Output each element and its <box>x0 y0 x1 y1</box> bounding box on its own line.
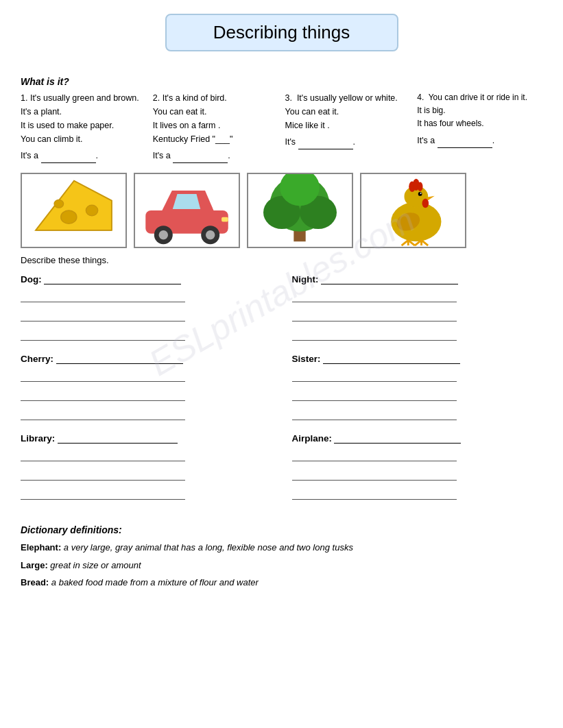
clue-4: 4. You can drive it or ride in it. It is… <box>417 91 542 163</box>
dog-line3[interactable] <box>21 306 185 321</box>
write-item-airplane: Airplane : <box>292 433 543 500</box>
clue-4-line3: It has four wheels. <box>417 117 542 130</box>
night-line4[interactable] <box>292 326 457 341</box>
airplane-line2[interactable] <box>292 446 457 461</box>
svg-point-27 <box>422 199 429 208</box>
svg-point-9 <box>159 230 168 239</box>
write-item-sister: Sister : <box>292 353 543 420</box>
images-row <box>21 173 542 248</box>
dict-heading: Dictionary definitions: <box>21 524 542 535</box>
airplane-label: Airplane <box>292 433 329 444</box>
night-line1[interactable] <box>321 274 458 284</box>
clue-1-blank <box>41 149 96 163</box>
describe-label: Describe these things. <box>21 255 542 265</box>
svg-rect-12 <box>221 217 228 222</box>
cherry-line3[interactable] <box>21 386 185 401</box>
svg-point-23 <box>418 182 423 191</box>
clue-2-blank <box>173 149 228 163</box>
clue-4-blank <box>438 134 492 148</box>
library-line4[interactable] <box>21 485 185 500</box>
write-item-cherry: Cherry : <box>21 353 272 420</box>
svg-point-1 <box>61 210 77 223</box>
image-car <box>134 173 240 248</box>
clue-1-line2: It's a plant. <box>21 105 146 119</box>
svg-point-2 <box>86 205 97 215</box>
clue-1-line3: It is used to make paper. <box>21 119 146 132</box>
page-title: Describing things <box>165 14 398 51</box>
image-cheese <box>21 173 127 248</box>
clues-row: 1. It's usually green and brown. It's a … <box>21 91 542 163</box>
sister-line2[interactable] <box>292 367 457 382</box>
section-heading: What is it? <box>21 76 542 87</box>
svg-marker-7 <box>173 194 200 209</box>
night-label: Night <box>292 274 316 284</box>
clue-1-itsa: It's a . <box>21 149 146 163</box>
cherry-line4[interactable] <box>21 405 185 420</box>
airplane-line4[interactable] <box>292 485 457 500</box>
svg-point-25 <box>420 193 422 194</box>
cherry-line2[interactable] <box>21 367 185 382</box>
clue-1: 1. It's usually green and brown. It's a … <box>21 91 146 163</box>
dog-line1[interactable] <box>44 274 181 284</box>
library-label: Library <box>21 433 52 444</box>
svg-point-11 <box>206 230 215 239</box>
svg-marker-0 <box>36 181 112 230</box>
image-chicken <box>360 173 466 248</box>
sister-line4[interactable] <box>292 405 457 420</box>
write-col-left: Dog : Cherry : <box>21 274 272 512</box>
clue-4-line2: It is big. <box>417 104 542 117</box>
dict-entry-elephant: Elephant: a very large, gray animal that… <box>21 541 542 555</box>
clue-2: 2. It's a kind of bird. You can eat it. … <box>153 91 278 163</box>
dog-line2[interactable] <box>21 287 185 302</box>
cherry-line1[interactable] <box>56 353 183 364</box>
cherry-label: Cherry <box>21 354 51 364</box>
dog-label: Dog <box>21 274 38 284</box>
dog-line4[interactable] <box>21 326 185 341</box>
clue-2-num: 2. It's a kind of bird. <box>153 91 278 105</box>
clue-2-line4: Kentucky Fried "___" <box>153 132 278 146</box>
night-line2[interactable] <box>292 287 457 302</box>
clue-3-line3: Mice like it . <box>285 119 411 132</box>
dict-entry-bread: Bread: a baked food made from a mixture … <box>21 576 542 590</box>
clue-2-line3: It lives on a farm . <box>153 119 278 132</box>
library-line3[interactable] <box>21 465 185 481</box>
airplane-line1[interactable] <box>334 433 461 444</box>
sister-line3[interactable] <box>292 386 457 401</box>
write-col-right: Night : Sister : <box>292 274 543 512</box>
dict-entry-large: Large: great in size or amount <box>21 559 542 572</box>
clue-1-line4: You can climb it. <box>21 132 146 146</box>
write-item-library: Library : <box>21 433 272 500</box>
write-item-night: Night : <box>292 274 543 341</box>
clue-3-num: 3. It's usually yellow or white. <box>285 91 411 105</box>
clue-1-num: 1. It's usually green and brown. <box>21 91 146 105</box>
dict-section: Dictionary definitions: Elephant: a very… <box>21 524 542 590</box>
airplane-line3[interactable] <box>292 465 457 481</box>
night-line3[interactable] <box>292 306 457 321</box>
write-section: Dog : Cherry : <box>21 274 542 512</box>
write-item-dog: Dog : <box>21 274 272 341</box>
sister-label: Sister <box>292 354 318 364</box>
clue-3-line2: You can eat it. <box>285 105 411 119</box>
clue-2-line2: You can eat it. <box>153 105 278 119</box>
clue-2-itsa: It's a . <box>153 149 278 163</box>
sister-line1[interactable] <box>323 353 460 364</box>
svg-point-3 <box>54 200 63 208</box>
image-tree <box>247 173 353 248</box>
clue-4-num: 4. You can drive it or ride in it. <box>417 91 542 104</box>
clue-3-itsa: It's . <box>285 135 411 149</box>
library-line1[interactable] <box>58 433 178 444</box>
library-line2[interactable] <box>21 446 185 461</box>
svg-point-24 <box>418 192 422 196</box>
clue-3-blank <box>298 135 353 149</box>
clue-4-itsa: It's a . <box>417 134 542 148</box>
clue-3: 3. It's usually yellow or white. You can… <box>285 91 411 163</box>
